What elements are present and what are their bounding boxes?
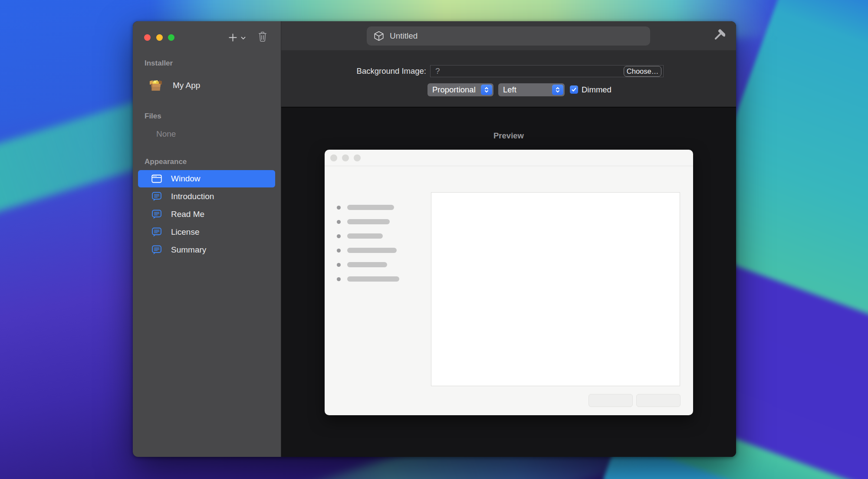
content-area: Preview — [281, 108, 736, 457]
sidebar-item-my-app[interactable]: My App — [138, 76, 276, 95]
sidebar-item-window[interactable]: Window — [138, 170, 275, 187]
up-down-chevrons-icon — [481, 85, 492, 95]
sidebar-item-introduction[interactable]: Introduction — [138, 188, 275, 205]
alignment-popup-value: Left — [503, 83, 516, 96]
step-bullet — [337, 249, 341, 253]
document-title-field[interactable]: Untitled — [367, 26, 650, 46]
preview-traffic-dot — [330, 154, 337, 161]
open-box-icon — [148, 78, 163, 93]
sidebar-item-label: Summary — [171, 241, 206, 259]
step-bullet — [337, 206, 341, 210]
up-down-chevrons-icon — [552, 85, 563, 95]
background-image-label: Background Image: — [281, 65, 426, 77]
preview-traffic-dot — [354, 154, 361, 161]
checkmark-icon — [571, 87, 577, 92]
step-bullet — [337, 277, 341, 281]
preview-titlebar — [325, 150, 693, 166]
step-placeholder-bar — [347, 276, 399, 282]
step-bullet — [337, 220, 341, 224]
plus-icon — [228, 33, 237, 42]
sidebar-item-none: None — [156, 128, 176, 140]
sidebar-item-label: My App — [173, 76, 200, 95]
step-bullet — [337, 263, 341, 267]
dimmed-checkbox[interactable] — [570, 85, 578, 94]
speech-bubble-icon — [151, 191, 162, 202]
sidebar-item-label: Introduction — [171, 188, 214, 205]
preview-title: Preview — [281, 131, 736, 141]
sidebar: Installer My App Files None Appearance — [133, 21, 281, 457]
window-icon — [151, 173, 162, 184]
package-cube-icon — [373, 30, 385, 42]
main-area: Untitled Background Image: ? Choose… Pr — [281, 21, 736, 457]
preview-window — [325, 150, 693, 415]
speech-bubble-icon — [151, 209, 162, 220]
preview-continue-button-placeholder — [636, 394, 681, 407]
step-placeholder-bar — [347, 219, 390, 224]
sidebar-item-label: Read Me — [171, 206, 204, 223]
step-placeholder-bar — [347, 233, 383, 239]
scaling-popup-value: Proportional — [432, 83, 476, 96]
alignment-popup[interactable]: Left — [498, 83, 565, 96]
trash-icon — [258, 31, 267, 43]
choose-button[interactable]: Choose… — [624, 66, 661, 77]
sidebar-section-appearance: Appearance — [145, 157, 270, 166]
dimmed-checkbox-label: Dimmed — [582, 83, 612, 96]
sidebar-item-summary[interactable]: Summary — [138, 241, 275, 259]
background-image-value: ? — [435, 66, 440, 77]
speech-bubble-icon — [151, 226, 162, 238]
document-title: Untitled — [390, 26, 418, 46]
preview-back-button-placeholder — [589, 394, 633, 407]
background-settings-panel: Background Image: ? Choose… Proportional… — [281, 51, 736, 108]
sidebar-item-label: Window — [171, 170, 201, 187]
speech-bubble-icon — [151, 244, 162, 256]
close-button[interactable] — [144, 34, 151, 41]
sidebar-item-read-me[interactable]: Read Me — [138, 206, 275, 223]
minimize-button[interactable] — [156, 34, 163, 41]
preview-traffic-dot — [342, 154, 349, 161]
zoom-button[interactable] — [168, 34, 174, 41]
sidebar-section-files: Files — [145, 112, 270, 121]
sidebar-item-license[interactable]: License — [138, 223, 275, 241]
scaling-popup[interactable]: Proportional — [427, 83, 493, 96]
delete-button[interactable] — [258, 31, 273, 44]
add-button[interactable] — [225, 31, 249, 44]
step-bullet — [337, 234, 341, 238]
preview-content-pane — [431, 192, 680, 386]
step-placeholder-bar — [347, 248, 397, 253]
hammer-icon — [711, 28, 727, 43]
chevron-down-icon — [241, 36, 246, 40]
app-window: Installer My App Files None Appearance — [133, 21, 736, 457]
sidebar-item-label: License — [171, 223, 200, 241]
build-button[interactable] — [711, 28, 728, 44]
sidebar-section-installer: Installer — [145, 59, 270, 68]
step-placeholder-bar — [347, 205, 394, 210]
toolbar: Untitled — [281, 21, 736, 51]
step-placeholder-bar — [347, 262, 387, 267]
